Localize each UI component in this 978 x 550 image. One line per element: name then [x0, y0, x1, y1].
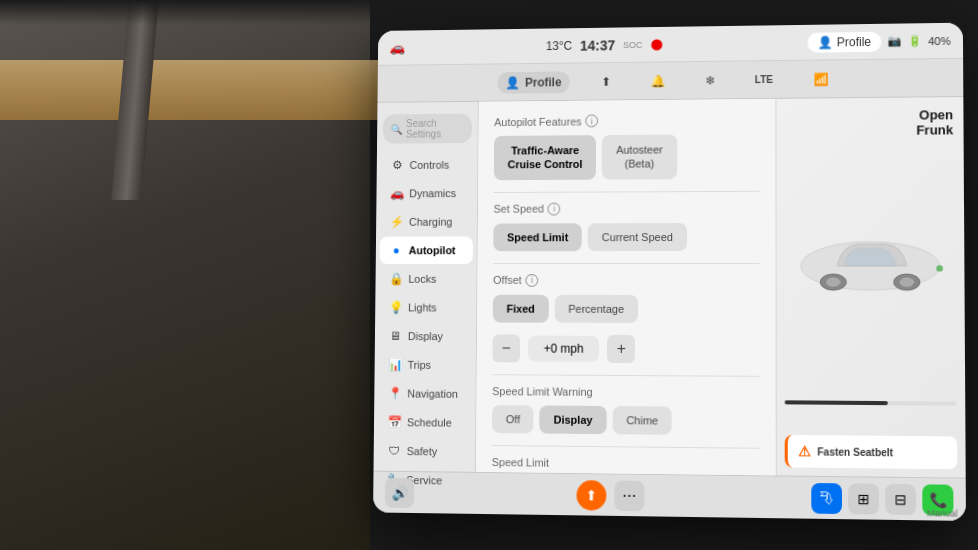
- sidebar-item-display[interactable]: 🖥 Display: [379, 322, 473, 350]
- bluetooth-icon: ⮷: [819, 490, 833, 507]
- profile-nav-icon: 👤: [505, 75, 520, 89]
- decrease-offset-button[interactable]: −: [492, 334, 520, 362]
- lte-label: LTE: [755, 74, 773, 85]
- nav-bell[interactable]: 🔔: [642, 70, 673, 92]
- offset-speed-control: − +0 mph +: [492, 334, 759, 363]
- autopilot-features-section: Autopilot Features i: [494, 113, 759, 128]
- traffic-aware-cruise-button[interactable]: Traffic-AwareCruise Control: [494, 135, 597, 180]
- sidebar-item-safety[interactable]: 🛡 Safety: [377, 437, 471, 466]
- fasten-seatbelt-label: Fasten Seatbelt: [817, 446, 893, 458]
- charging-label: Charging: [409, 216, 452, 228]
- offset-section: Offset i: [493, 274, 759, 287]
- sidebar-item-trips[interactable]: 📊 Trips: [378, 351, 472, 379]
- profile-button[interactable]: 👤 Profile: [807, 31, 881, 52]
- trips-label: Trips: [408, 359, 431, 371]
- apps-button[interactable]: ⊟: [885, 483, 916, 514]
- more-options-button[interactable]: ⋯: [614, 480, 644, 511]
- percentage-button[interactable]: Percentage: [554, 294, 638, 322]
- sidebar-item-schedule[interactable]: 📅 Schedule: [378, 408, 472, 437]
- navigation-button[interactable]: ⬆: [576, 480, 606, 511]
- divider-4: [492, 445, 759, 449]
- soc-label: SOC: [623, 40, 642, 50]
- display-label: Display: [408, 330, 443, 342]
- tesla-screen: 🚗 13°C 14:37 SOC ⬤ 👤 Profile 📷 🔋 40% 👤 P…: [373, 23, 966, 521]
- nav-snowflake[interactable]: ❄: [697, 69, 723, 91]
- fixed-button[interactable]: Fixed: [493, 294, 549, 322]
- warning-icon: ⚠: [798, 443, 811, 459]
- autopilot-label: Autopilot: [409, 244, 456, 256]
- status-left: 🚗: [390, 40, 406, 55]
- set-speed-section: Set Speed i: [494, 201, 760, 215]
- set-speed-info-icon[interactable]: i: [548, 202, 561, 215]
- tesla-logo: 🚗: [390, 40, 406, 55]
- nav-profile[interactable]: 👤 Profile: [498, 71, 570, 93]
- speed-limit-button[interactable]: Speed Limit: [493, 223, 582, 251]
- autosteer-button[interactable]: Autosteer(Beta): [602, 135, 677, 180]
- volume-icon: 🔊: [391, 484, 408, 500]
- bluetooth-button[interactable]: ⮷: [811, 482, 842, 513]
- nav-upload[interactable]: ⬆: [593, 70, 619, 92]
- nav-lte[interactable]: LTE: [747, 70, 781, 89]
- grid-button[interactable]: ⊞: [848, 483, 879, 514]
- sidebar-item-autopilot[interactable]: ● Autopilot: [380, 236, 473, 264]
- speed-limit-warning-label: Speed Limit Warning: [492, 385, 592, 398]
- trips-icon: 📊: [388, 358, 402, 372]
- schedule-icon: 📅: [388, 415, 402, 429]
- divider-3: [492, 374, 759, 377]
- offset-buttons: Fixed Percentage: [493, 294, 760, 323]
- autopilot-features-label: Autopilot Features: [494, 115, 581, 128]
- nav-signal[interactable]: 📶: [805, 68, 836, 90]
- sidebar-item-dynamics[interactable]: 🚗 Dynamics: [380, 179, 473, 207]
- manual-label: Manual: [927, 508, 958, 519]
- locks-label: Locks: [408, 273, 436, 285]
- controls-icon: ⚙: [390, 158, 404, 172]
- display-button[interactable]: Display: [540, 405, 607, 434]
- signal-bars-icon: 📶: [813, 72, 828, 86]
- settings-panel: Autopilot Features i Traffic-AwareCruise…: [476, 99, 776, 476]
- increase-offset-button[interactable]: +: [607, 334, 635, 362]
- main-content: 🔍 Search Settings ⚙ Controls 🚗 Dynamics …: [374, 97, 966, 478]
- controls-label: Controls: [410, 159, 450, 171]
- divider-2: [493, 263, 759, 264]
- set-speed-buttons: Speed Limit Current Speed: [493, 222, 759, 250]
- taskbar-left: 🔊: [385, 477, 415, 507]
- camera-icon: 📷: [887, 35, 901, 48]
- car-panel: OpenFrunk: [775, 97, 965, 478]
- sidebar: 🔍 Search Settings ⚙ Controls 🚗 Dynamics …: [374, 102, 479, 472]
- sidebar-item-navigation[interactable]: 📍 Navigation: [378, 379, 472, 407]
- navigation-taskbar-icon: ⬆: [585, 487, 597, 503]
- profile-nav-label: Profile: [525, 75, 562, 89]
- car-illustration-area: [776, 97, 965, 428]
- volume-button[interactable]: 🔊: [385, 477, 415, 507]
- lights-label: Lights: [408, 302, 437, 314]
- bell-icon: 🔔: [650, 74, 665, 88]
- phone-icon: 📞: [929, 491, 947, 508]
- taskbar-center: ⬆ ⋯: [576, 480, 644, 511]
- sidebar-item-controls[interactable]: ⚙ Controls: [381, 151, 474, 179]
- chime-button[interactable]: Chime: [612, 406, 672, 435]
- dynamics-label: Dynamics: [409, 187, 456, 199]
- battery-icon: 🔋: [908, 34, 922, 47]
- open-frunk-button[interactable]: OpenFrunk: [916, 107, 953, 138]
- grid-icon: ⊞: [857, 490, 869, 507]
- profile-icon: 👤: [817, 35, 832, 49]
- fasten-seatbelt-warning: ⚠ Fasten Seatbelt: [785, 435, 958, 470]
- autopilot-features-info-icon[interactable]: i: [586, 114, 599, 127]
- sidebar-item-lights[interactable]: 💡 Lights: [379, 294, 472, 322]
- off-button[interactable]: Off: [492, 405, 534, 433]
- snowflake-icon: ❄: [705, 73, 715, 87]
- offset-info-icon[interactable]: i: [526, 274, 539, 287]
- profile-label: Profile: [837, 34, 871, 48]
- current-speed-button[interactable]: Current Speed: [588, 223, 687, 251]
- offset-label: Offset: [493, 274, 522, 286]
- charging-icon: ⚡: [390, 215, 404, 229]
- status-right: 👤 Profile 📷 🔋 40%: [807, 30, 950, 52]
- search-placeholder: Search Settings: [406, 118, 464, 140]
- time: 14:37: [580, 37, 615, 53]
- search-bar[interactable]: 🔍 Search Settings: [383, 114, 472, 144]
- sidebar-item-charging[interactable]: ⚡ Charging: [380, 208, 473, 236]
- navigation-label: Navigation: [407, 388, 458, 400]
- divider-1: [494, 190, 760, 192]
- open-frunk-label: OpenFrunk: [916, 107, 953, 138]
- sidebar-item-locks[interactable]: 🔒 Locks: [379, 265, 472, 293]
